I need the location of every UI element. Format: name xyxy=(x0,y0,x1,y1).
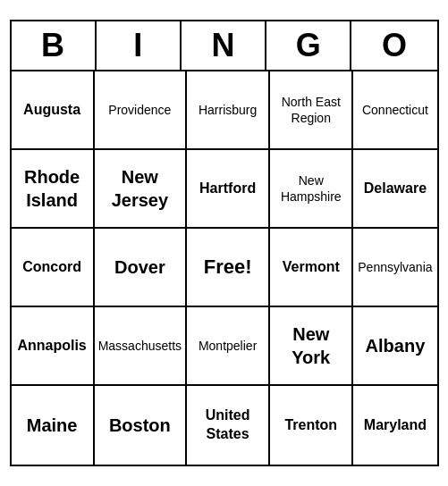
cell-r0-c1: Providence xyxy=(95,71,187,150)
cell-text-r3-c2: Montpelier xyxy=(199,338,257,354)
cell-r0-c2: Harrisburg xyxy=(187,71,270,150)
cell-r0-c3: North East Region xyxy=(270,71,353,150)
header-letter-n: N xyxy=(182,21,266,70)
cell-r4-c2: United States xyxy=(187,386,270,465)
cell-text-r1-c1: New Jersey xyxy=(98,165,182,212)
cell-r1-c0: Rhode Island xyxy=(12,150,95,229)
header-letter-b: B xyxy=(12,21,97,70)
cell-text-r2-c0: Concord xyxy=(22,258,81,277)
cell-text-r3-c3: New York xyxy=(274,323,348,369)
cell-r2-c4: Pennsylvania xyxy=(353,229,436,307)
cell-text-r2-c1: Dover xyxy=(114,256,165,279)
cell-r1-c1: New Jersey xyxy=(95,150,187,229)
cell-text-r1-c3: New Hampshire xyxy=(274,172,348,205)
cell-text-r3-c0: Annapolis xyxy=(17,337,86,356)
cell-r4-c1: Boston xyxy=(95,386,187,465)
cell-text-r4-c2: United States xyxy=(190,406,265,444)
cell-r4-c4: Maryland xyxy=(353,386,436,465)
cell-r4-c0: Maine xyxy=(12,386,95,465)
cell-text-r2-c4: Pennsylvania xyxy=(358,259,432,275)
cell-text-r3-c4: Albany xyxy=(366,334,426,357)
cell-text-r2-c3: Vermont xyxy=(283,258,340,277)
cell-text-r0-c4: Connecticut xyxy=(362,102,428,118)
header-letter-i: I xyxy=(97,21,182,70)
cell-r3-c3: New York xyxy=(270,307,353,386)
header-letter-o: O xyxy=(351,21,436,70)
cell-r2-c0: Concord xyxy=(12,229,95,307)
cell-text-r0-c1: Providence xyxy=(108,102,171,118)
cell-text-r0-c0: Augusta xyxy=(23,101,80,120)
cell-text-r0-c2: Harrisburg xyxy=(199,102,257,118)
cell-r4-c3: Trenton xyxy=(270,386,353,465)
cell-r3-c0: Annapolis xyxy=(12,307,95,386)
cell-text-r2-c2: Free! xyxy=(204,255,252,281)
bingo-header: BINGO xyxy=(12,21,437,71)
cell-r1-c3: New Hampshire xyxy=(270,150,353,229)
cell-text-r1-c4: Delaware xyxy=(364,180,427,198)
cell-text-r4-c1: Boston xyxy=(109,414,171,437)
cell-r1-c2: Hartford xyxy=(187,150,270,229)
cell-r0-c0: Augusta xyxy=(12,71,95,150)
cell-r3-c1: Massachusetts xyxy=(95,307,187,386)
bingo-card: BINGO AugustaProvidenceHarrisburgNorth E… xyxy=(10,20,439,466)
cell-r2-c3: Vermont xyxy=(270,229,353,307)
cell-text-r4-c0: Maine xyxy=(27,414,78,437)
cell-r1-c4: Delaware xyxy=(353,150,436,229)
cell-text-r4-c3: Trenton xyxy=(284,416,337,435)
cell-r2-c1: Dover xyxy=(95,229,187,307)
cell-r2-c2: Free! xyxy=(187,229,270,307)
cell-r3-c2: Montpelier xyxy=(187,307,270,386)
cell-text-r1-c2: Hartford xyxy=(199,180,256,198)
header-letter-g: G xyxy=(266,21,351,70)
cell-r3-c4: Albany xyxy=(353,307,436,386)
cell-text-r0-c3: North East Region xyxy=(274,94,348,126)
cell-r0-c4: Connecticut xyxy=(353,71,436,150)
bingo-grid: AugustaProvidenceHarrisburgNorth East Re… xyxy=(12,71,437,465)
cell-text-r1-c0: Rhode Island xyxy=(15,165,89,212)
cell-text-r3-c1: Massachusetts xyxy=(98,338,182,354)
cell-text-r4-c4: Maryland xyxy=(364,416,427,435)
